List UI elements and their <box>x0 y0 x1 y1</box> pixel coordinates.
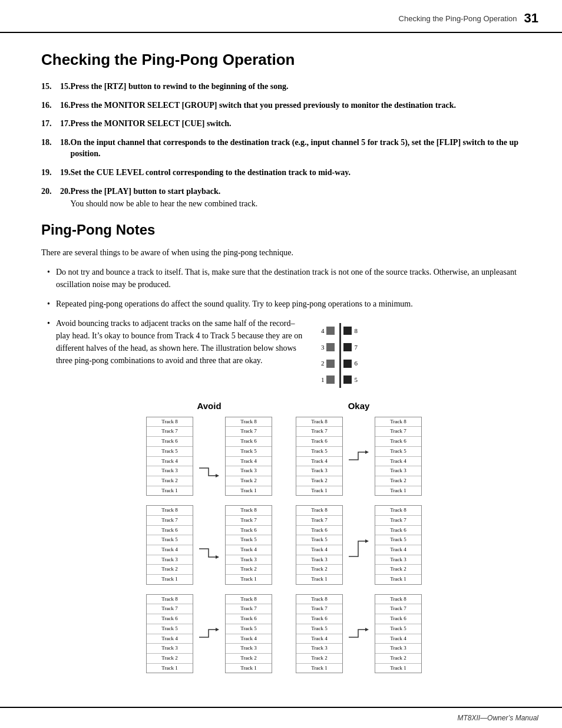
head-block-6 <box>343 360 352 368</box>
avoid-arrow-1-svg <box>198 426 220 487</box>
step-19-text: Set the CUE LEVEL control corresponding … <box>71 168 351 177</box>
head-label-6: 6 <box>343 358 358 368</box>
head-block-8 <box>343 327 352 335</box>
okay-dest-3: Track 8 Track 7 Track 6 Track 5 Track 4 … <box>375 594 422 674</box>
header-page-number: 31 <box>524 11 538 26</box>
okay-arrow-1-svg <box>348 426 370 487</box>
okay-rows: Track 8 Track 7 Track 6 Track 5 Track 4 … <box>296 417 422 674</box>
step-19: 19. Set the CUE LEVEL control correspond… <box>41 167 527 179</box>
head-left-column: 4 3 2 1 <box>321 326 335 385</box>
okay-arrow-2 <box>348 515 370 576</box>
step-20: 20. Press the [PLAY] button to start pla… <box>41 186 527 210</box>
okay-source-3: Track 8 Track 7 Track 6 Track 5 Track 4 … <box>296 594 343 674</box>
head-block-1 <box>326 375 335 384</box>
head-block-4 <box>326 327 335 335</box>
bullet-3: Avoid bouncing tracks to adjacent tracks… <box>47 317 527 388</box>
okay-dest-1: Track 8 Track 7 Track 6 Track 5 Track 4 … <box>375 417 422 496</box>
avoid-group: Avoid Track 8 Track 7 Track 6 Track 5 Tr… <box>146 401 272 674</box>
step-18: 18. On the input channel that correspond… <box>41 137 527 160</box>
head-label-2: 2 <box>321 358 335 368</box>
bullet-2: Repeated ping-pong operations do affect … <box>47 298 527 310</box>
okay-arrow-1 <box>348 426 370 487</box>
svg-marker-5 <box>365 628 369 631</box>
head-label-4: 4 <box>321 326 335 336</box>
avoid-source-2: Track 8 Track 7 Track 6 Track 5 Track 4 … <box>146 505 193 585</box>
head-label-7: 7 <box>343 342 358 353</box>
avoid-label: Avoid <box>197 401 221 411</box>
head-block-7 <box>343 343 352 351</box>
okay-source-1: Track 8 Track 7 Track 6 Track 5 Track 4 … <box>296 417 343 496</box>
main-content: Checking the Ping-Pong Operation 15. Pre… <box>0 33 562 691</box>
avoid-arrow-3 <box>198 603 220 664</box>
okay-pair-3: Track 8 Track 7 Track 6 Track 5 Track 4 … <box>296 594 422 674</box>
avoid-source-3: Track 8 Track 7 Track 6 Track 5 Track 4 … <box>146 594 193 674</box>
footer-text: MT8XII—Owner’s Manual <box>457 714 538 722</box>
page-footer: MT8XII—Owner’s Manual <box>0 707 562 728</box>
bullet-1: Do not try and bounce a track to itself.… <box>47 266 527 291</box>
step-20-text: Press the [PLAY] button to start playbac… <box>71 187 221 196</box>
head-diagram: 4 3 2 1 8 7 6 5 <box>321 323 358 388</box>
header-title: Checking the Ping-Pong Operation <box>399 14 517 23</box>
svg-marker-1 <box>216 555 219 559</box>
bullet-list: Do not try and bounce a track to itself.… <box>47 266 527 388</box>
avoid-pair-1: Track 8 Track 7 Track 6 Track 5 Track 4 … <box>146 417 272 496</box>
okay-source-2: Track 8 Track 7 Track 6 Track 5 Track 4 … <box>296 505 343 585</box>
avoid-arrow-2-svg <box>198 515 220 576</box>
head-block-3 <box>326 343 335 351</box>
okay-label: Okay <box>348 401 370 411</box>
step-18-text: On the input channel that corresponds to… <box>71 138 519 159</box>
svg-marker-0 <box>216 474 219 477</box>
bullet-2-text: Repeated ping-pong operations do affect … <box>56 298 413 310</box>
okay-arrow-3-svg <box>348 603 370 664</box>
okay-pair-2: Track 8 Track 7 Track 6 Track 5 Track 4 … <box>296 505 422 585</box>
section2-title: Ping-Pong Notes <box>41 222 527 238</box>
step-16-text: Press the MONITOR SELECT [GROUP] switch … <box>71 101 457 110</box>
avoid-pair-2: Track 8 Track 7 Track 6 Track 5 Track 4 … <box>146 505 272 585</box>
avoid-rows: Track 8 Track 7 Track 6 Track 5 Track 4 … <box>146 417 272 674</box>
intro-text: There are several things to be aware of … <box>41 246 527 259</box>
svg-marker-2 <box>216 628 219 631</box>
last-bullet-row: Avoid bouncing tracks to adjacent tracks… <box>56 317 358 388</box>
head-label-1: 1 <box>321 375 335 385</box>
step-17: 17. Press the MONITOR SELECT [CUE] switc… <box>41 118 527 130</box>
okay-dest-2: Track 8 Track 7 Track 6 Track 5 Track 4 … <box>375 505 422 585</box>
head-label-5: 5 <box>343 375 358 385</box>
step-20-sub: You should now be able to hear the new c… <box>71 198 527 210</box>
diagrams-outer: Avoid Track 8 Track 7 Track 6 Track 5 Tr… <box>41 401 527 674</box>
svg-marker-4 <box>365 539 369 543</box>
page-header: Checking the Ping-Pong Operation 31 <box>0 0 562 33</box>
okay-pair-1: Track 8 Track 7 Track 6 Track 5 Track 4 … <box>296 417 422 496</box>
steps-section: 15. Press the [RTZ] button to rewind to … <box>41 81 527 210</box>
head-label-3: 3 <box>321 342 335 353</box>
head-label-8: 8 <box>343 326 358 336</box>
avoid-dest-3: Track 8 Track 7 Track 6 Track 5 Track 4 … <box>225 594 272 674</box>
avoid-pair-3: Track 8 Track 7 Track 6 Track 5 Track 4 … <box>146 594 272 674</box>
avoid-dest-2: Track 8 Track 7 Track 6 Track 5 Track 4 … <box>225 505 272 585</box>
head-block-5 <box>343 375 352 384</box>
step-17-text: Press the MONITOR SELECT [CUE] switch. <box>71 119 232 128</box>
okay-arrow-3 <box>348 603 370 664</box>
step-15: 15. Press the [RTZ] button to rewind to … <box>41 81 527 93</box>
head-divider <box>339 323 341 388</box>
svg-marker-3 <box>365 450 369 454</box>
head-right-column: 8 7 6 5 <box>343 326 358 385</box>
bullet-1-text: Do not try and bounce a track to itself.… <box>56 266 527 291</box>
avoid-arrow-3-svg <box>198 603 220 664</box>
avoid-arrow-1 <box>198 426 220 487</box>
page: Checking the Ping-Pong Operation 31 Chec… <box>0 0 562 728</box>
step-15-text: Press the [RTZ] button to rewind to the … <box>71 82 289 91</box>
main-title: Checking the Ping-Pong Operation <box>41 51 527 69</box>
bullet-3-text: Avoid bouncing tracks to adjacent tracks… <box>56 317 303 367</box>
avoid-source-1: Track 8 Track 7 Track 6 Track 5 Track 4 … <box>146 417 193 496</box>
avoid-dest-1: Track 8 Track 7 Track 6 Track 5 Track 4 … <box>225 417 272 496</box>
head-block-2 <box>326 360 335 368</box>
avoid-arrow-2 <box>198 515 220 576</box>
step-16: 16. Press the MONITOR SELECT [GROUP] swi… <box>41 100 527 111</box>
okay-group: Okay Track 8 Track 7 Track 6 Track 5 Tra… <box>296 401 422 674</box>
okay-arrow-2-svg <box>348 515 370 576</box>
